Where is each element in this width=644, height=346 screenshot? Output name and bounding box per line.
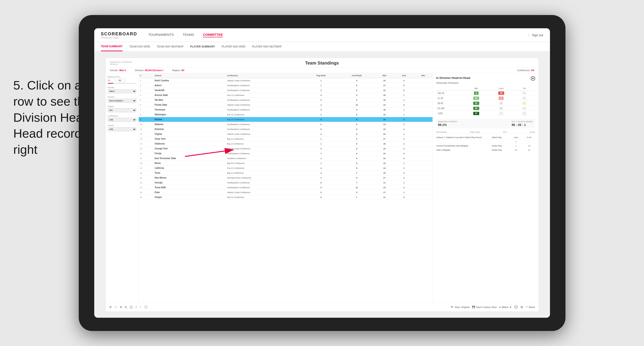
- watch-chevron-icon: ▼: [509, 306, 512, 309]
- table-row[interactable]: 1 North Carolina Atlantic Coast Conferen…: [139, 78, 432, 83]
- filter-label-conference: Conference: [108, 115, 136, 117]
- table-row[interactable]: 24 Duke Atlantic Coast Conference 5 9 27…: [139, 190, 432, 195]
- table-row[interactable]: 13 Texas Tech Big 12 Conference 1 9 27 2: [139, 137, 432, 141]
- table-row-highlighted[interactable]: 9 Arizona Pac-12 Conference 5 8 23 3: [139, 117, 432, 122]
- filter-gender: Gender: Men's: [110, 69, 126, 72]
- table-row[interactable]: 20 Texas Big 12 Conference 3 7 20 0: [139, 171, 432, 175]
- col-school: School: [153, 73, 226, 78]
- table-row[interactable]: 23 Texas A&M Southeastern Conference 9 1…: [139, 185, 432, 190]
- min-rounds-max-input[interactable]: [118, 79, 126, 82]
- redo-btn[interactable]: ↺: [114, 305, 117, 309]
- close-btn[interactable]: ✕: [531, 76, 535, 81]
- clock-btn[interactable]: 🕐: [144, 305, 148, 309]
- table-row[interactable]: 3 Vanderbilt Southeastern Conference 2 8…: [139, 88, 432, 93]
- filter-row: Gender: Men's Division: NCAA Division I …: [106, 68, 539, 73]
- toolbar: ↺ ↺ ↺ ⎘ 📋 + − 🕐 👁 View: Original: [106, 302, 539, 312]
- sidebar-filters: Minimum Rou... -: [106, 73, 139, 312]
- record-label: W-L-T record in-division:: [512, 120, 534, 123]
- filter-region: Region: All: [172, 69, 184, 72]
- table-row[interactable]: 6 Florida State Atlantic Coast Conferenc…: [139, 103, 432, 107]
- view-original-btn[interactable]: 👁 View: Original: [451, 305, 470, 309]
- sign-out-divider: |: [528, 33, 529, 37]
- grid-btn[interactable]: ⊞: [520, 305, 523, 309]
- panel-header: Update time: 27/03/2024 16:56:26 Team St…: [106, 58, 539, 68]
- tablet-screen: SCOREBOARD Powered by clippd TOURNAMENTS…: [94, 28, 550, 318]
- table-row[interactable]: 7 Tennessee Southeastern Conference 4 6 …: [139, 107, 432, 112]
- table-row[interactable]: 22 Georgia Southeastern Conference 8 7 2…: [139, 180, 432, 185]
- h2h-table: Win Loss Tie Top 10 3 13: [436, 86, 535, 116]
- table-row[interactable]: 8 Washington Pac-12 Conference 2 8 23 1: [139, 112, 432, 117]
- tab-team-h2h-grid[interactable]: TEAM H2H GRID: [129, 42, 150, 51]
- filter-school-group: School (All): [108, 124, 136, 131]
- table-row[interactable]: 11 Arkansas Southeastern Conference 6 8 …: [139, 127, 432, 132]
- filter-gender-group: Gender Men's: [108, 86, 136, 93]
- table-row[interactable]: 25 Oregon Pac-12 Conference 5 7 21 0: [139, 195, 432, 200]
- min-rounds-input[interactable]: [108, 79, 116, 82]
- tab-player-summary[interactable]: PLAYER SUMMARY: [190, 42, 215, 51]
- tab-team-h2h-heatmap[interactable]: TEAM H2H HEATMAP: [157, 42, 184, 51]
- share-btn[interactable]: ↗ Share: [526, 306, 535, 309]
- table-header-row: # School Conference Reg Rank Conf Rank R…: [139, 73, 432, 78]
- update-time: Update time: 27/03/2024 16:56:26: [110, 61, 136, 65]
- minus-btn[interactable]: −: [140, 305, 141, 309]
- table-row[interactable]: 21 New Mexico Mountain West Conference 1…: [139, 175, 432, 180]
- nav-teams[interactable]: TEAMS: [183, 33, 194, 37]
- h2h-row: Top 10 3 13 0: [436, 91, 535, 96]
- sign-out-btn[interactable]: Sign out: [532, 33, 543, 37]
- eye-icon: 👁: [451, 305, 454, 309]
- nav-committee[interactable]: COMMITTEE: [203, 33, 223, 37]
- table-row[interactable]: 10 Alabama Southeastern Conference 5 8 2…: [139, 122, 432, 127]
- table-row[interactable]: 2 Auburn Southeastern Conference 1 9 27 …: [139, 83, 432, 88]
- col-win: Win: [414, 73, 432, 78]
- filter-conference: Conference: All: [517, 69, 534, 72]
- col-reg-rank: Reg Rank: [304, 73, 338, 78]
- save-custom-btn[interactable]: 💾 Save Custom View: [472, 306, 497, 309]
- filter-region-group: Region N/A: [108, 105, 136, 112]
- opponents-label: Opponents in division:: [438, 120, 458, 123]
- panel-title: Team Standings: [136, 61, 508, 66]
- h2h-row: >100 27 0 0: [436, 111, 535, 116]
- share-icon: ↗: [526, 306, 528, 309]
- col-conference: Conference: [226, 73, 304, 78]
- region-select[interactable]: N/A: [108, 108, 136, 112]
- col-rds: Rds: [375, 73, 394, 78]
- panel-body: Minimum Rou... -: [106, 73, 539, 312]
- h2h-row: 26-50 25 2 1: [436, 101, 535, 106]
- tournament-section: Tournament Event Type Pos Score Jackson …: [436, 131, 535, 152]
- h2h-row: 11-25 11 8 0: [436, 96, 535, 101]
- watch-btn[interactable]: ● Watch ▼: [499, 306, 512, 309]
- table-row[interactable]: 19 California Pac-12 Conference 4 8 24 2: [139, 166, 432, 171]
- standings-area: # School Conference Reg Rank Conf Rank R…: [139, 73, 432, 312]
- filter-label-region: Region: [108, 105, 136, 108]
- undo-btn[interactable]: ↺: [109, 305, 112, 309]
- tournament-row: Cabo Collegiate Stroke Play 11 17: [436, 148, 535, 152]
- filter-label-division: Division: [108, 96, 136, 98]
- tab-team-summary[interactable]: TEAM SUMMARY: [101, 42, 123, 51]
- add-btn[interactable]: +: [136, 305, 137, 309]
- nav-tournaments[interactable]: TOURNAMENTS: [148, 33, 174, 37]
- opponents-stat: Opponents in division: 99.1%: [438, 120, 458, 127]
- tab-player-h2h-grid[interactable]: PLAYER H2H GRID: [222, 42, 245, 51]
- filter-label-gender: Gender: [108, 86, 136, 89]
- forward-btn[interactable]: ↺: [120, 305, 122, 309]
- tournament-row: Arizona Thunderbirds Intercollegiate Str…: [436, 144, 535, 148]
- division-select[interactable]: NCAA Division I: [108, 99, 136, 103]
- table-row[interactable]: 5 Ole Miss Southeastern Conference 3 6 1…: [139, 98, 432, 103]
- conference-select[interactable]: (All): [108, 118, 136, 122]
- table-row[interactable]: 4 Arizona State Pac-12 Conference 4 9 26…: [139, 93, 432, 98]
- gender-select[interactable]: Men's: [108, 89, 136, 93]
- tablet-device: SCOREBOARD Powered by clippd TOURNAMENTS…: [79, 15, 566, 331]
- table-row[interactable]: 12 Virginia Atlantic Coast Conference 3 …: [139, 132, 432, 137]
- col-rank: #: [139, 73, 153, 78]
- h2h-table-header: Win Loss Tie: [436, 86, 535, 91]
- record-value: 86 - 26 - 1: [512, 123, 534, 127]
- filter-division-group: Division NCAA Division I: [108, 96, 136, 103]
- comment-btn[interactable]: 💬: [514, 305, 518, 309]
- tab-player-h2h-heatmap[interactable]: PLAYER H2H HEATMAP: [252, 42, 282, 51]
- nav-items: TOURNAMENTS TEAMS COMMITTEE: [148, 33, 528, 37]
- instruction-arrow: [180, 143, 242, 165]
- copy-btn[interactable]: ⎘: [125, 305, 127, 309]
- paste-btn[interactable]: 📋: [130, 306, 133, 309]
- sub-nav: TEAM SUMMARY TEAM H2H GRID TEAM H2H HEAT…: [94, 42, 550, 52]
- school-select[interactable]: (All): [108, 127, 136, 131]
